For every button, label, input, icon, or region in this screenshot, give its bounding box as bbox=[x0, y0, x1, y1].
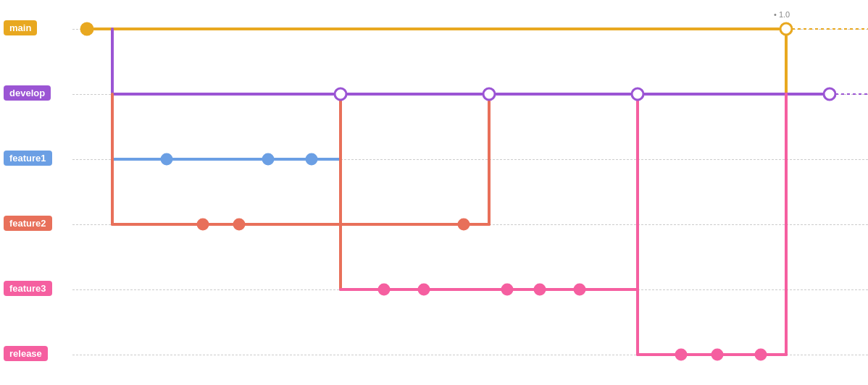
label-release: release bbox=[4, 346, 48, 361]
label-develop: develop bbox=[4, 85, 51, 101]
node-dev-1 bbox=[335, 88, 346, 100]
node-f1-1 bbox=[162, 154, 172, 164]
node-f1-2 bbox=[263, 154, 273, 164]
node-f3-1 bbox=[379, 284, 389, 295]
label-feature3: feature3 bbox=[4, 281, 52, 296]
node-f3-3 bbox=[502, 284, 512, 295]
graph-svg: .branch-line { fill: none; stroke-width:… bbox=[0, 0, 868, 385]
node-dev-2 bbox=[483, 88, 495, 100]
node-rel-3 bbox=[756, 350, 766, 360]
node-rel-2 bbox=[712, 350, 722, 360]
node-f3-5 bbox=[575, 284, 585, 295]
node-f2-3 bbox=[459, 219, 469, 229]
node-f3-4 bbox=[535, 284, 545, 295]
node-dev-3 bbox=[632, 88, 643, 100]
node-main-end bbox=[780, 23, 792, 35]
node-f1-3 bbox=[306, 154, 317, 164]
label-feature2: feature2 bbox=[4, 216, 52, 231]
node-dev-4 bbox=[824, 88, 835, 100]
label-main: main bbox=[4, 20, 37, 35]
git-graph: main develop feature1 feature2 feature3 … bbox=[0, 0, 868, 385]
node-rel-1 bbox=[676, 350, 686, 360]
node-f3-2 bbox=[419, 284, 429, 295]
node-f2-2 bbox=[234, 219, 244, 229]
label-feature1: feature1 bbox=[4, 151, 52, 166]
node-f2-1 bbox=[198, 219, 208, 229]
node-main-start bbox=[81, 23, 93, 35]
